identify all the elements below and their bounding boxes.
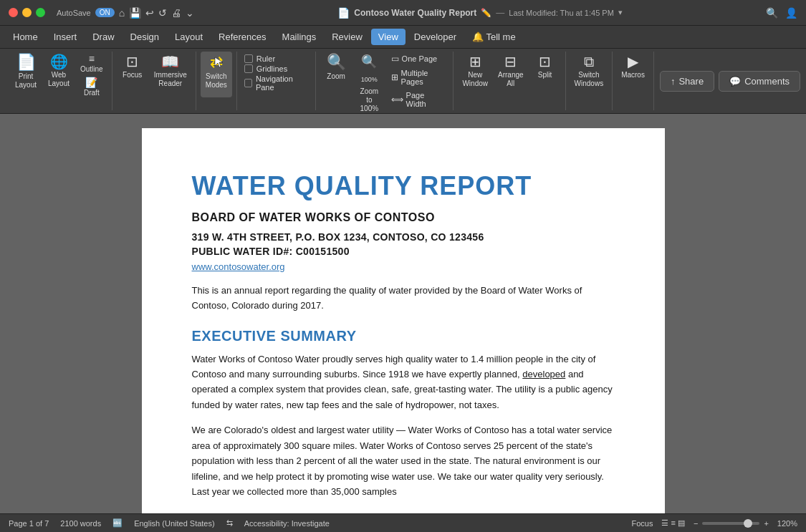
focus-icon: ⊡ xyxy=(126,54,138,69)
proofing-icon: 🔤 xyxy=(112,518,123,528)
macros-label: Macros xyxy=(621,71,645,79)
arrange-all-label: ArrangeAll xyxy=(498,71,524,88)
document-org: BOARD OF WATER WORKS OF CONTOSO xyxy=(192,211,615,224)
redo-icon[interactable]: ↺ xyxy=(158,7,167,19)
autosave-toggle[interactable]: ON xyxy=(95,8,115,17)
zoom-plus[interactable]: + xyxy=(764,519,768,528)
menu-developer[interactable]: Developer xyxy=(407,29,464,45)
one-page-button[interactable]: ▭ One Page xyxy=(387,52,449,66)
zoom-slider[interactable]: − + xyxy=(694,519,769,528)
menu-draw[interactable]: Draw xyxy=(85,29,121,45)
search-icon[interactable]: 🔍 xyxy=(766,7,778,19)
macros-button[interactable]: ▶ Macros xyxy=(617,52,649,97)
ruler-checkbox-item[interactable]: Ruler xyxy=(244,54,308,63)
ruler-checkbox[interactable] xyxy=(244,54,253,63)
section1-title: EXECUTIVE SUMMARY xyxy=(192,328,615,344)
menu-references[interactable]: References xyxy=(211,29,273,45)
macros-icon: ▶ xyxy=(628,54,638,69)
split-button[interactable]: ⊡ Split xyxy=(529,52,561,97)
menu-review[interactable]: Review xyxy=(325,29,370,45)
comments-icon: 💬 xyxy=(729,76,741,87)
web-layout-label: WebLayout xyxy=(48,71,69,88)
accessibility-label[interactable]: Accessibility: Investigate xyxy=(244,519,330,528)
modified-chevron[interactable]: ▾ xyxy=(618,8,623,17)
share-icon: ↑ xyxy=(671,76,676,87)
comments-button[interactable]: 💬 Comments xyxy=(719,71,800,92)
maximize-button[interactable] xyxy=(36,8,45,17)
switch-modes-label: SwitchModes xyxy=(206,72,227,90)
zoom-100-label: Zoomto 100% xyxy=(358,87,380,113)
title-separator: — xyxy=(496,8,504,18)
switch-modes-button[interactable]: ⇄ SwitchModes xyxy=(201,52,232,97)
focus-label[interactable]: Focus xyxy=(631,519,653,528)
document-website[interactable]: www.contosowater.org xyxy=(192,261,615,272)
page-movement-items: ⇄ SwitchModes xyxy=(201,52,232,110)
outline-icon: ≡ xyxy=(89,53,95,64)
more-icon[interactable]: ⌄ xyxy=(186,7,194,19)
zoom-level[interactable]: 120% xyxy=(777,519,797,528)
zoom-items: 🔍 Zoom 🔍100% Zoomto 100% ▭ One Page ⊞ Mu… xyxy=(320,52,448,110)
minimize-button[interactable] xyxy=(22,8,32,17)
immersive-reader-icon: 📖 xyxy=(161,54,179,69)
focus-button[interactable]: ⊡ Focus xyxy=(117,52,148,97)
save-icon[interactable]: 💾 xyxy=(129,7,141,19)
menu-design[interactable]: Design xyxy=(123,29,166,45)
page-width-button[interactable]: ⟺ Page Width xyxy=(387,89,449,110)
multiple-pages-button[interactable]: ⊞ Multiple Pages xyxy=(387,67,449,88)
slider-track[interactable] xyxy=(702,522,759,525)
split-label: Split xyxy=(538,71,552,79)
switch-windows-button[interactable]: ⧉ SwitchWindows xyxy=(570,52,608,97)
undo-icon[interactable]: ↩ xyxy=(145,7,154,19)
document-area: WATER QUALITY REPORT BOARD OF WATER WORK… xyxy=(0,114,806,513)
web-layout-button[interactable]: 🌐 WebLayout xyxy=(43,52,75,97)
one-page-icon: ▭ xyxy=(391,54,399,64)
home-icon[interactable]: ⌂ xyxy=(119,7,125,19)
draft-button[interactable]: 📝 Draft xyxy=(76,75,107,98)
show-checkboxes: Ruler Gridlines Navigation Pane xyxy=(241,52,311,95)
immersive-items: ⊡ Focus 📖 ImmersiveReader xyxy=(117,52,191,110)
print-layout-button[interactable]: 📄 PrintLayout xyxy=(10,52,42,97)
menu-insert[interactable]: Insert xyxy=(47,29,85,45)
profile-icon[interactable]: 👤 xyxy=(785,7,797,19)
menu-home[interactable]: Home xyxy=(6,29,45,45)
new-window-button[interactable]: ⊞ NewWindow xyxy=(458,52,492,97)
ribbon-right: ↑ Share 💬 Comments xyxy=(654,52,800,110)
menu-view[interactable]: View xyxy=(371,29,406,45)
autosave-label: AutoSave xyxy=(57,9,91,17)
print-icon[interactable]: 🖨 xyxy=(171,7,181,19)
menu-layout[interactable]: Layout xyxy=(168,29,210,45)
immersive-reader-label: ImmersiveReader xyxy=(154,71,187,88)
ribbon-group-switch-windows: ⧉ SwitchWindows xyxy=(566,52,613,110)
developed-underline: developed xyxy=(522,369,565,379)
close-button[interactable] xyxy=(9,8,18,17)
zoom-minus[interactable]: − xyxy=(694,519,698,528)
switch-windows-label: SwitchWindows xyxy=(575,71,604,88)
navpane-checkbox[interactable] xyxy=(244,79,252,87)
zoom-button[interactable]: 🔍 Zoom xyxy=(320,52,352,97)
views-items: 📄 PrintLayout 🌐 WebLayout ≡ Outline 📝 Dr… xyxy=(10,52,107,110)
gridlines-checkbox-item[interactable]: Gridlines xyxy=(244,64,308,73)
menu-mailings[interactable]: Mailings xyxy=(275,29,324,45)
navpane-checkbox-item[interactable]: Navigation Pane xyxy=(244,74,308,92)
ribbon-group-zoom: 🔍 Zoom 🔍100% Zoomto 100% ▭ One Page ⊞ Mu… xyxy=(316,52,454,110)
status-bar: Page 1 of 7 2100 words 🔤 English (United… xyxy=(0,513,806,532)
arrange-all-button[interactable]: ⊟ ArrangeAll xyxy=(494,52,528,97)
title-bar-right: 🔍 👤 xyxy=(766,7,797,19)
gridlines-label: Gridlines xyxy=(256,64,287,73)
slider-thumb[interactable] xyxy=(744,519,752,528)
outline-label: Outline xyxy=(80,65,103,73)
zoom-100-button[interactable]: 🔍100% Zoomto 100% xyxy=(353,52,385,97)
immersive-reader-button[interactable]: 📖 ImmersiveReader xyxy=(150,52,191,97)
outline-button[interactable]: ≡ Outline xyxy=(76,52,107,74)
share-button[interactable]: ↑ Share xyxy=(660,71,714,92)
ribbon-group-immersive: ⊡ Focus 📖 ImmersiveReader xyxy=(112,52,196,110)
gridlines-checkbox[interactable] xyxy=(244,64,253,73)
edit-icon: ✏️ xyxy=(481,8,491,18)
web-layout-icon: 🌐 xyxy=(50,54,68,69)
ruler-label: Ruler xyxy=(256,54,275,63)
menu-tell-me[interactable]: 🔔 Tell me xyxy=(465,29,523,45)
last-modified: Last Modified: Thu at 1:45 PM xyxy=(509,9,614,17)
document-icon: 📄 xyxy=(337,7,350,19)
switch-windows-icon: ⧉ xyxy=(584,54,594,69)
language: English (United States) xyxy=(134,519,215,528)
